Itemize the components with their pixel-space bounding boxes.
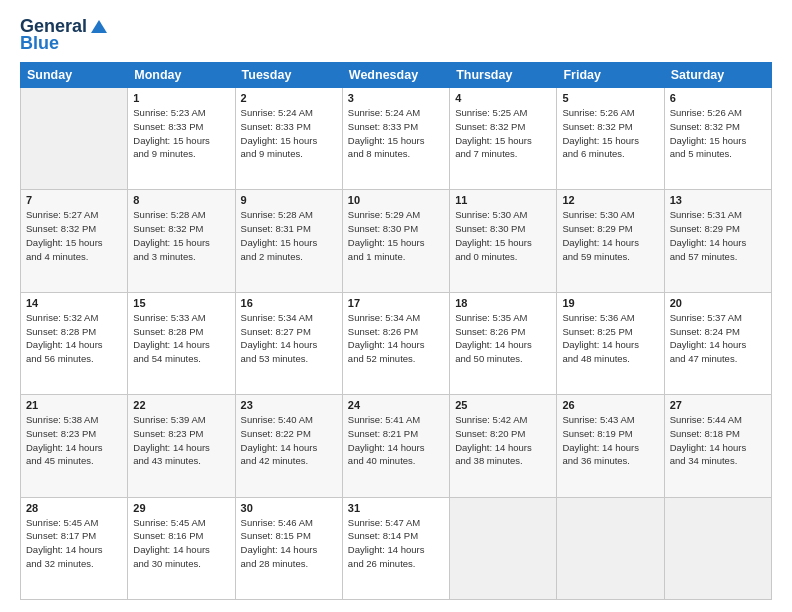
header: General Blue (20, 16, 772, 54)
calendar-day-cell: 7Sunrise: 5:27 AMSunset: 8:32 PMDaylight… (21, 190, 128, 292)
calendar-week-row: 7Sunrise: 5:27 AMSunset: 8:32 PMDaylight… (21, 190, 772, 292)
day-info: Sunrise: 5:27 AMSunset: 8:32 PMDaylight:… (26, 208, 122, 263)
calendar-table: SundayMondayTuesdayWednesdayThursdayFrid… (20, 62, 772, 600)
day-number: 8 (133, 194, 229, 206)
day-info: Sunrise: 5:26 AMSunset: 8:32 PMDaylight:… (670, 106, 766, 161)
day-number: 9 (241, 194, 337, 206)
calendar-day-cell: 8Sunrise: 5:28 AMSunset: 8:32 PMDaylight… (128, 190, 235, 292)
calendar-day-cell: 2Sunrise: 5:24 AMSunset: 8:33 PMDaylight… (235, 88, 342, 190)
day-number: 16 (241, 297, 337, 309)
day-number: 15 (133, 297, 229, 309)
day-info: Sunrise: 5:30 AMSunset: 8:30 PMDaylight:… (455, 208, 551, 263)
calendar-day-cell: 19Sunrise: 5:36 AMSunset: 8:25 PMDayligh… (557, 292, 664, 394)
calendar-day-cell: 13Sunrise: 5:31 AMSunset: 8:29 PMDayligh… (664, 190, 771, 292)
day-info: Sunrise: 5:45 AMSunset: 8:16 PMDaylight:… (133, 516, 229, 571)
day-info: Sunrise: 5:24 AMSunset: 8:33 PMDaylight:… (348, 106, 444, 161)
day-info: Sunrise: 5:30 AMSunset: 8:29 PMDaylight:… (562, 208, 658, 263)
calendar-day-cell (664, 497, 771, 599)
day-number: 11 (455, 194, 551, 206)
calendar-header-wednesday: Wednesday (342, 63, 449, 88)
calendar-day-cell: 29Sunrise: 5:45 AMSunset: 8:16 PMDayligh… (128, 497, 235, 599)
day-number: 28 (26, 502, 122, 514)
day-info: Sunrise: 5:43 AMSunset: 8:19 PMDaylight:… (562, 413, 658, 468)
day-number: 25 (455, 399, 551, 411)
day-info: Sunrise: 5:26 AMSunset: 8:32 PMDaylight:… (562, 106, 658, 161)
day-number: 6 (670, 92, 766, 104)
day-number: 19 (562, 297, 658, 309)
calendar-week-row: 28Sunrise: 5:45 AMSunset: 8:17 PMDayligh… (21, 497, 772, 599)
day-info: Sunrise: 5:25 AMSunset: 8:32 PMDaylight:… (455, 106, 551, 161)
day-info: Sunrise: 5:41 AMSunset: 8:21 PMDaylight:… (348, 413, 444, 468)
calendar-day-cell: 31Sunrise: 5:47 AMSunset: 8:14 PMDayligh… (342, 497, 449, 599)
svg-marker-0 (91, 20, 107, 33)
day-info: Sunrise: 5:42 AMSunset: 8:20 PMDaylight:… (455, 413, 551, 468)
calendar-day-cell: 25Sunrise: 5:42 AMSunset: 8:20 PMDayligh… (450, 395, 557, 497)
calendar-header-friday: Friday (557, 63, 664, 88)
day-info: Sunrise: 5:34 AMSunset: 8:26 PMDaylight:… (348, 311, 444, 366)
day-number: 4 (455, 92, 551, 104)
calendar-header-sunday: Sunday (21, 63, 128, 88)
day-number: 17 (348, 297, 444, 309)
calendar-day-cell (450, 497, 557, 599)
calendar-day-cell: 3Sunrise: 5:24 AMSunset: 8:33 PMDaylight… (342, 88, 449, 190)
calendar-day-cell: 15Sunrise: 5:33 AMSunset: 8:28 PMDayligh… (128, 292, 235, 394)
calendar-day-cell: 24Sunrise: 5:41 AMSunset: 8:21 PMDayligh… (342, 395, 449, 497)
day-info: Sunrise: 5:34 AMSunset: 8:27 PMDaylight:… (241, 311, 337, 366)
calendar-day-cell: 20Sunrise: 5:37 AMSunset: 8:24 PMDayligh… (664, 292, 771, 394)
day-info: Sunrise: 5:35 AMSunset: 8:26 PMDaylight:… (455, 311, 551, 366)
day-info: Sunrise: 5:37 AMSunset: 8:24 PMDaylight:… (670, 311, 766, 366)
calendar-day-cell: 1Sunrise: 5:23 AMSunset: 8:33 PMDaylight… (128, 88, 235, 190)
day-info: Sunrise: 5:40 AMSunset: 8:22 PMDaylight:… (241, 413, 337, 468)
calendar-day-cell: 9Sunrise: 5:28 AMSunset: 8:31 PMDaylight… (235, 190, 342, 292)
calendar-header-tuesday: Tuesday (235, 63, 342, 88)
day-number: 18 (455, 297, 551, 309)
day-number: 2 (241, 92, 337, 104)
day-number: 13 (670, 194, 766, 206)
day-number: 14 (26, 297, 122, 309)
day-info: Sunrise: 5:44 AMSunset: 8:18 PMDaylight:… (670, 413, 766, 468)
day-number: 24 (348, 399, 444, 411)
calendar-day-cell: 27Sunrise: 5:44 AMSunset: 8:18 PMDayligh… (664, 395, 771, 497)
day-info: Sunrise: 5:36 AMSunset: 8:25 PMDaylight:… (562, 311, 658, 366)
calendar-header-thursday: Thursday (450, 63, 557, 88)
calendar-header-saturday: Saturday (664, 63, 771, 88)
calendar-week-row: 21Sunrise: 5:38 AMSunset: 8:23 PMDayligh… (21, 395, 772, 497)
calendar-day-cell: 10Sunrise: 5:29 AMSunset: 8:30 PMDayligh… (342, 190, 449, 292)
calendar-day-cell: 6Sunrise: 5:26 AMSunset: 8:32 PMDaylight… (664, 88, 771, 190)
day-number: 30 (241, 502, 337, 514)
day-number: 5 (562, 92, 658, 104)
day-number: 31 (348, 502, 444, 514)
calendar-day-cell: 22Sunrise: 5:39 AMSunset: 8:23 PMDayligh… (128, 395, 235, 497)
calendar-day-cell: 11Sunrise: 5:30 AMSunset: 8:30 PMDayligh… (450, 190, 557, 292)
calendar-day-cell (557, 497, 664, 599)
day-info: Sunrise: 5:29 AMSunset: 8:30 PMDaylight:… (348, 208, 444, 263)
day-number: 3 (348, 92, 444, 104)
calendar-week-row: 1Sunrise: 5:23 AMSunset: 8:33 PMDaylight… (21, 88, 772, 190)
calendar-day-cell: 26Sunrise: 5:43 AMSunset: 8:19 PMDayligh… (557, 395, 664, 497)
page: General Blue SundayMondayTuesdayWednesda… (0, 0, 792, 612)
day-info: Sunrise: 5:23 AMSunset: 8:33 PMDaylight:… (133, 106, 229, 161)
calendar-header-monday: Monday (128, 63, 235, 88)
logo-blue-text: Blue (20, 33, 59, 54)
day-number: 20 (670, 297, 766, 309)
day-number: 12 (562, 194, 658, 206)
day-number: 29 (133, 502, 229, 514)
day-info: Sunrise: 5:38 AMSunset: 8:23 PMDaylight:… (26, 413, 122, 468)
calendar-day-cell: 16Sunrise: 5:34 AMSunset: 8:27 PMDayligh… (235, 292, 342, 394)
day-number: 23 (241, 399, 337, 411)
day-number: 27 (670, 399, 766, 411)
day-info: Sunrise: 5:45 AMSunset: 8:17 PMDaylight:… (26, 516, 122, 571)
calendar-day-cell: 30Sunrise: 5:46 AMSunset: 8:15 PMDayligh… (235, 497, 342, 599)
day-info: Sunrise: 5:28 AMSunset: 8:32 PMDaylight:… (133, 208, 229, 263)
calendar-week-row: 14Sunrise: 5:32 AMSunset: 8:28 PMDayligh… (21, 292, 772, 394)
day-number: 1 (133, 92, 229, 104)
calendar-day-cell: 14Sunrise: 5:32 AMSunset: 8:28 PMDayligh… (21, 292, 128, 394)
calendar-day-cell: 17Sunrise: 5:34 AMSunset: 8:26 PMDayligh… (342, 292, 449, 394)
day-info: Sunrise: 5:47 AMSunset: 8:14 PMDaylight:… (348, 516, 444, 571)
day-info: Sunrise: 5:31 AMSunset: 8:29 PMDaylight:… (670, 208, 766, 263)
calendar-day-cell: 4Sunrise: 5:25 AMSunset: 8:32 PMDaylight… (450, 88, 557, 190)
calendar-day-cell: 18Sunrise: 5:35 AMSunset: 8:26 PMDayligh… (450, 292, 557, 394)
day-number: 7 (26, 194, 122, 206)
calendar-day-cell: 28Sunrise: 5:45 AMSunset: 8:17 PMDayligh… (21, 497, 128, 599)
day-number: 22 (133, 399, 229, 411)
